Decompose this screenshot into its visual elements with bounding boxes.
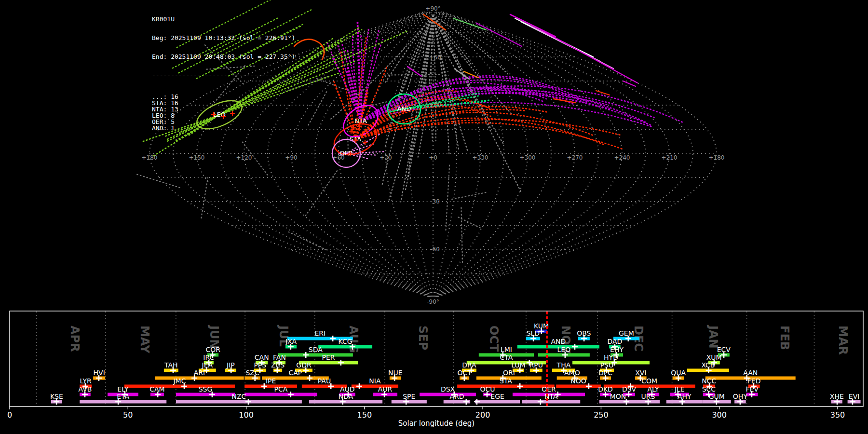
axis-tick-label: 200 [475,410,490,420]
shower-label-ORI: ORI [503,369,515,377]
shower-bar-EGE [475,400,520,404]
shower-peak-NZC [245,399,251,405]
axis-tick-label: 300 [712,410,727,420]
month-label-MAY: MAY [138,326,151,353]
shower-label-ELY: ELY [117,385,129,393]
shower-label-PCA: PCA [274,385,288,393]
shower-label-SZC: SZC [245,369,259,377]
shower-label-JLE: JLE [674,385,685,393]
shower-label-AHY: AHY [678,393,692,400]
shower-label-ARD: ARD [449,393,464,400]
shower-label-LEO: LEO [557,346,571,353]
shower-bar-ETA [80,400,166,404]
month-label-OCT: OCT [487,326,501,352]
shower-bar-SPE [392,400,427,404]
shower-label-ARI: ARI [194,369,205,377]
shower-label-HYD: HYD [604,353,618,361]
shower-label-ALY: ALY [648,385,660,393]
shower-peak-PER [338,360,344,366]
shower-peak-CAP [307,375,312,381]
legend-line-OER: OER: 5 [152,119,307,125]
shower-bar-MON [599,400,637,404]
shower-bar-SSG [176,393,235,396]
shower-counts-legend: ...: 16STA: 16NTA: 13LEO: 8OER: 5AND: 1 [152,94,307,131]
shower-label-KCG: KCG [339,338,353,345]
shower-row: KSEETANZCNDASPEARDEGENTAMONURSAHYGUMOHYX… [50,393,861,405]
axis-tick-label: 50 [123,410,133,420]
shower-bar-ARI [155,377,244,380]
shower-label-AUD: AUD [340,385,355,393]
shower-label-NIA: NIA [369,377,381,385]
shower-label-LUM: LUM [511,361,525,369]
shower-bar-STA [457,385,555,388]
shower-peak-NOO [586,383,592,389]
shower-bar-PCA [244,393,317,396]
shower-peak-ERI [330,336,336,341]
shower-label-OER: OER [542,385,556,393]
shower-peak-EGE [474,399,480,405]
shower-label-PAU: PAU [318,377,331,385]
legend-line-LEO: LEO: 8 [152,112,307,119]
shower-bar-NZC [176,400,302,404]
shower-label-NDA: NDA [339,393,353,400]
shower-label-EGE: EGE [490,393,504,400]
shower-label-ERI: ERI [315,329,326,337]
shower-label-AUR: AUR [378,385,393,393]
legend-line-AND: AND: 1 [152,125,307,131]
shower-label-PER: PER [322,353,335,361]
shower-label-COM: COM [641,377,657,385]
activity-timeline: APRMAYJUNJULAUGSEPOCTNOVDECJANFEBMARKUME… [0,0,868,434]
shower-peak-NIA [356,383,362,389]
shower-bar-NOO [556,385,601,388]
shower-label-NOO: NOO [570,377,586,385]
axis-tick-label: 250 [594,410,609,420]
shower-bar-DSX [420,393,476,396]
shower-label-SSG: SSG [199,385,213,393]
shower-label-SPE: SPE [403,393,415,400]
shower-bar-SDA [278,353,353,357]
shower-label-EHY: EHY [610,346,624,353]
shower-label-GDR: GDR [296,361,312,369]
shower-bar-KCG [318,345,372,349]
shower-label-AND: AND [551,338,566,345]
month-label-JAN: JAN [706,325,720,349]
month-label-MAR: MAR [836,326,850,355]
legend-line-NTA: NTA: 13 [152,106,307,112]
shower-label-CAP: CAP [288,369,302,377]
header-info: KR001U Beg: 20251109 10:13:32 (sol = 226… [152,3,307,144]
month-label-JUN: JUN [207,325,221,349]
axis-title: Solar longitude (deg) [398,419,475,428]
shower-label-DSX: DSX [441,385,455,393]
shower-peak-NTA [538,399,543,405]
month-label-APR: APR [68,326,81,352]
shower-label-JEA: JEA [202,361,213,369]
shower-label-AMO: AMO [564,369,580,377]
end-time: End: 20251109 20:48:03 (sol = 227.35°) [152,54,307,60]
shower-label-GEM: GEM [619,329,634,337]
shower-peak-SDA [303,352,309,358]
shower-peak-PCA [288,392,294,397]
shower-label-DRA: DRA [462,361,476,369]
shower-bar-JMC [124,385,235,388]
radiant-activity-plot: LEONTASTAOERAND+90°-90°+180+150+120+90+6… [0,0,868,434]
shower-label-SDA: SDA [309,346,323,353]
axis-tick-label: 150 [357,410,372,420]
shower-label-IPE: IPE [266,377,276,385]
shower-bar-IPE [244,385,297,388]
shower-label-AAN: AAN [743,369,758,377]
month-label-SEP: SEP [416,326,430,350]
shower-bar-NDA [309,400,382,404]
axis-tick-label: 350 [830,410,845,420]
shower-label-NUE: NUE [388,369,403,377]
month-label-FEB: FEB [778,326,791,350]
shower-label-CTA: CTA [500,353,513,361]
separator-line: ----------------------------------------… [152,72,307,79]
shower-label-EVI: EVI [849,393,860,400]
axis-tick-label: 100 [239,410,254,420]
station-id: KR001U [152,16,307,22]
shower-peak-ARD [463,399,469,405]
shower-label-NZC: NZC [231,393,246,400]
shower-peak-STA [517,383,523,389]
shower-bar-NTA [522,400,580,404]
shower-label-MON: MON [610,393,626,400]
